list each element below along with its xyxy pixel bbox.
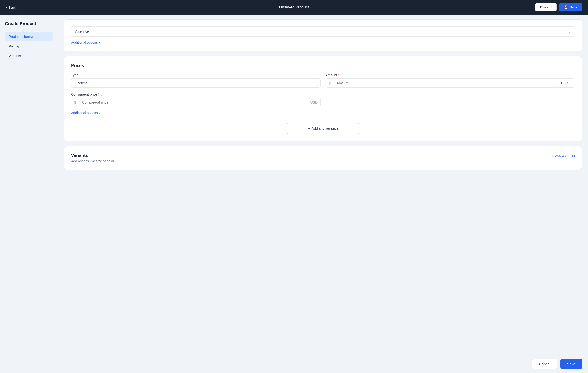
save-bottom-button[interactable]: Save — [560, 359, 582, 369]
sidebar-item-variants[interactable]: Variants — [5, 51, 53, 60]
save-top-label: Save — [570, 5, 577, 9]
top-additional-options-chevron: › — [99, 40, 100, 44]
add-price-wrapper: + Add another price — [71, 119, 575, 134]
sidebar-title: Create Product — [5, 21, 53, 26]
service-select[interactable]: A service ⌄ — [71, 26, 575, 37]
prices-additional-options[interactable]: Additional options › — [71, 111, 575, 115]
currency-select-button[interactable]: USD ⌄ — [558, 79, 575, 87]
topnav-actions: Discard 💾 Save — [535, 3, 582, 11]
amount-field: $ USD ⌄ USD ✓ — [326, 79, 575, 88]
amount-form-group: Amount * $ USD ⌄ — [326, 73, 575, 88]
cancel-button[interactable]: Cancel — [532, 359, 557, 369]
add-price-label: Add another price — [312, 126, 339, 130]
amount-label: Amount * — [326, 73, 575, 77]
currency-select-section: USD ⌄ USD ✓ CAD — [558, 79, 575, 87]
top-additional-options-label: Additional options — [71, 40, 98, 44]
service-type-card: A service ⌄ Additional options › — [64, 19, 582, 51]
type-select[interactable]: Onetime Recurring Usage — [71, 79, 321, 88]
compare-price-currency: USD — [307, 98, 320, 107]
currency-selected-label: USD — [561, 81, 568, 85]
page-title: Unsaved Product — [279, 5, 309, 10]
back-label: Back — [9, 5, 16, 10]
back-button[interactable]: ‹ Back — [6, 5, 16, 10]
sidebar-item-product-information[interactable]: Product Information — [5, 32, 53, 41]
service-chevron-icon: ⌄ — [568, 30, 571, 33]
prices-additional-options-label: Additional options — [71, 111, 98, 115]
main-content: A service ⌄ Additional options › Prices … — [58, 15, 588, 373]
add-price-plus-icon: + — [308, 126, 310, 130]
add-variant-plus-icon: + — [552, 154, 554, 158]
price-form-grid: Type Onetime Recurring Usage ⌄ Amount — [71, 73, 575, 88]
type-label: Type — [71, 73, 321, 77]
save-icon: 💾 — [564, 5, 568, 9]
prices-section-title: Prices — [71, 63, 575, 68]
compare-price-field: $ USD — [71, 98, 321, 107]
service-value: A service — [75, 30, 89, 33]
sidebar: Create Product Product Information Prici… — [0, 15, 58, 373]
discard-button[interactable]: Discard — [535, 3, 557, 11]
compare-currency-prefix: $ — [71, 98, 79, 107]
sidebar-item-label-pricing: Pricing — [9, 44, 19, 48]
top-additional-options[interactable]: Additional options › — [71, 40, 575, 44]
page-layout: Create Product Product Information Prici… — [0, 0, 588, 373]
type-select-wrapper: Onetime Recurring Usage ⌄ — [71, 79, 321, 88]
back-arrow-icon: ‹ — [6, 5, 7, 10]
amount-input[interactable] — [334, 79, 558, 87]
compare-price-input[interactable] — [79, 98, 307, 107]
sidebar-item-pricing[interactable]: Pricing — [5, 42, 53, 51]
add-variant-button[interactable]: + Add a variant — [552, 154, 575, 158]
sidebar-item-label-variants: Variants — [9, 54, 21, 58]
compare-price-group: Compare-at price i $ USD — [71, 92, 323, 107]
sidebar-item-label-product-information: Product Information — [9, 35, 38, 39]
add-variant-label: Add a variant — [555, 154, 575, 158]
compare-price-label: Compare-at price i — [71, 92, 321, 96]
currency-chevron-icon: ⌄ — [569, 81, 572, 85]
type-form-group: Type Onetime Recurring Usage ⌄ — [71, 73, 321, 88]
variants-card: Variants + Add a variant Add options lik… — [64, 146, 582, 170]
variants-section-title: Variants — [71, 153, 88, 158]
variants-subtitle: Add options like size or color — [71, 159, 575, 163]
compare-price-info-icon[interactable]: i — [98, 92, 102, 96]
prices-additional-options-chevron: › — [99, 111, 100, 115]
save-top-button[interactable]: 💾 Save — [559, 3, 582, 11]
prices-card: Prices Type Onetime Recurring Usage ⌄ — [64, 56, 582, 141]
amount-required-star: * — [338, 73, 339, 77]
bottom-actions: Cancel Save — [58, 355, 588, 373]
variants-header: Variants + Add a variant — [71, 153, 575, 158]
top-navigation: ‹ Back Unsaved Product Discard 💾 Save — [0, 0, 588, 15]
currency-prefix: $ — [326, 79, 334, 87]
add-price-button[interactable]: + Add another price — [287, 122, 359, 134]
